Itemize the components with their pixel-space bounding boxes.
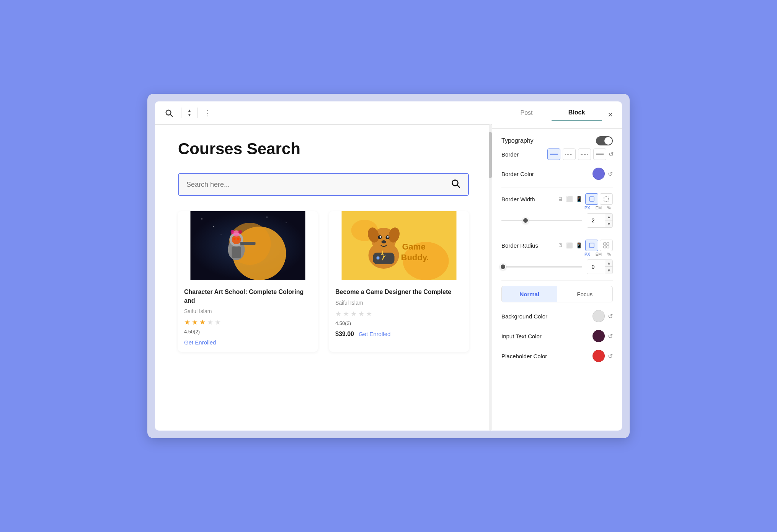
course-card-2: Game Buddy. Become a Game Designer the C… <box>329 211 469 352</box>
star-empty: ★ <box>358 310 364 318</box>
tab-post[interactable]: Post <box>501 109 552 120</box>
star-empty: ★ <box>343 310 349 318</box>
border-label: Border <box>501 151 547 158</box>
border-width-down[interactable]: ▼ <box>605 220 613 227</box>
unit-em-radius[interactable]: EM <box>594 251 604 257</box>
background-color-swatch[interactable] <box>593 310 605 322</box>
border-width-up[interactable]: ▲ <box>605 214 613 220</box>
background-color-reset-icon[interactable]: ↺ <box>608 313 613 320</box>
placeholder-color-label: Placeholder Color <box>501 353 547 359</box>
course-footer-1: Get Enrolled <box>184 339 312 346</box>
svg-line-3 <box>457 185 460 188</box>
input-text-color-swatch[interactable] <box>593 330 605 342</box>
unit-percent-radius[interactable]: % <box>605 251 613 257</box>
border-width-style-btns <box>585 193 613 205</box>
course-title-1: Character Art School: Complete Coloring … <box>184 288 312 305</box>
settings-body: Typography Border <box>492 129 622 431</box>
svg-point-32 <box>387 236 389 238</box>
border-solid-button[interactable] <box>547 149 560 160</box>
typography-toggle[interactable] <box>596 136 613 145</box>
border-width-right: 🖥 ⬜ 📱 <box>558 193 613 205</box>
border-width-unlinked-icon[interactable] <box>600 193 613 205</box>
star-empty: ★ <box>335 310 341 318</box>
down-arrow-icon[interactable]: ▼ <box>188 113 191 117</box>
border-radius-right: 🖥 ⬜ 📱 <box>558 240 613 251</box>
up-arrow-icon[interactable]: ▲ <box>188 108 191 113</box>
border-radius-slider-row: ▲ ▼ <box>501 259 613 274</box>
unit-em-width[interactable]: EM <box>594 205 604 211</box>
toolbar-divider-2 <box>198 108 198 118</box>
border-width-slider[interactable] <box>501 220 582 221</box>
border-radius-slider-thumb[interactable] <box>500 264 506 270</box>
unit-percent-width[interactable]: % <box>605 205 613 211</box>
svg-rect-9 <box>232 246 241 258</box>
state-tab-normal[interactable]: Normal <box>502 286 557 302</box>
border-dotted-button[interactable] <box>563 149 576 160</box>
enroll-link-2[interactable]: Get Enrolled <box>359 331 390 337</box>
border-radius-style-btns <box>585 240 613 251</box>
unit-px-radius[interactable]: PX <box>583 251 592 257</box>
course-author-2: Saiful Islam <box>335 300 463 306</box>
border-double-button[interactable] <box>593 149 606 160</box>
svg-text:Game: Game <box>402 242 426 251</box>
background-color-label: Background Color <box>501 313 547 320</box>
editor-toolbar: ▲ ▼ ⋮ <box>155 101 492 125</box>
border-radius-slider[interactable] <box>501 266 582 268</box>
search-input[interactable] <box>186 181 451 189</box>
svg-point-33 <box>382 240 386 243</box>
state-tabs: Normal Focus <box>501 286 613 302</box>
tablet-icon-width[interactable]: ⬜ <box>566 196 573 202</box>
border-color-reset-icon[interactable]: ↺ <box>608 170 613 178</box>
svg-rect-45 <box>604 197 609 201</box>
placeholder-color-swatch[interactable] <box>593 350 605 362</box>
border-radius-down[interactable]: ▼ <box>605 267 613 274</box>
courses-grid: Character Art School: Complete Coloring … <box>178 211 469 352</box>
border-row: Border ↺ <box>501 149 613 160</box>
desktop-icon-radius[interactable]: 🖥 <box>558 242 563 248</box>
border-width-slider-thumb[interactable] <box>522 217 529 224</box>
border-dashed-button[interactable] <box>578 149 591 160</box>
mobile-icon-width[interactable]: 📱 <box>576 196 582 202</box>
more-options-icon[interactable]: ⋮ <box>204 108 212 117</box>
placeholder-color-row: Placeholder Color ↺ <box>501 350 613 362</box>
main-container: ▲ ▼ ⋮ Courses Search <box>147 94 630 438</box>
input-text-color-label: Input Text Color <box>501 333 542 339</box>
desktop-icon-width[interactable]: 🖥 <box>558 196 563 202</box>
search-icon[interactable] <box>163 107 175 119</box>
star-empty: ★ <box>215 318 221 326</box>
mobile-icon-radius[interactable]: 📱 <box>576 242 582 248</box>
border-color-controls: ↺ <box>593 168 613 180</box>
editor-content: Courses Search <box>155 125 492 431</box>
typography-label: Typography <box>501 137 534 144</box>
border-reset-icon[interactable]: ↺ <box>609 151 614 158</box>
svg-point-35 <box>377 256 380 259</box>
border-radius-input[interactable] <box>587 260 605 274</box>
border-width-input[interactable] <box>587 214 605 227</box>
border-width-units: PX EM % <box>501 205 613 211</box>
svg-rect-44 <box>589 197 594 201</box>
editor-scrollbar[interactable] <box>489 124 492 431</box>
svg-point-19 <box>266 217 268 218</box>
state-tab-focus[interactable]: Focus <box>557 286 613 302</box>
search-box[interactable] <box>178 173 469 196</box>
placeholder-color-reset-icon[interactable]: ↺ <box>608 352 613 360</box>
border-width-slider-row: ▲ ▼ <box>501 213 613 228</box>
border-color-swatch[interactable] <box>593 168 605 180</box>
tab-block[interactable]: Block <box>552 109 602 121</box>
tablet-icon-radius[interactable]: ⬜ <box>566 242 573 248</box>
unit-px-width[interactable]: PX <box>583 205 592 211</box>
close-button[interactable]: × <box>608 110 613 120</box>
input-text-color-reset-icon[interactable]: ↺ <box>608 333 613 340</box>
star-empty: ★ <box>207 318 213 326</box>
border-width-label: Border Width <box>501 196 547 202</box>
enroll-link-1[interactable]: Get Enrolled <box>184 339 216 346</box>
border-width-linked-icon[interactable] <box>585 193 598 205</box>
course-rating-1: 4.50(2) <box>184 329 312 335</box>
input-text-color-right: ↺ <box>593 330 613 342</box>
svg-point-17 <box>201 219 202 220</box>
border-radius-linked-icon[interactable] <box>585 240 598 251</box>
search-submit-icon[interactable] <box>451 178 460 191</box>
border-radius-unlinked-icon[interactable] <box>600 240 613 251</box>
border-width-input-wrapper: ▲ ▼ <box>587 213 613 228</box>
border-radius-up[interactable]: ▲ <box>605 260 613 267</box>
